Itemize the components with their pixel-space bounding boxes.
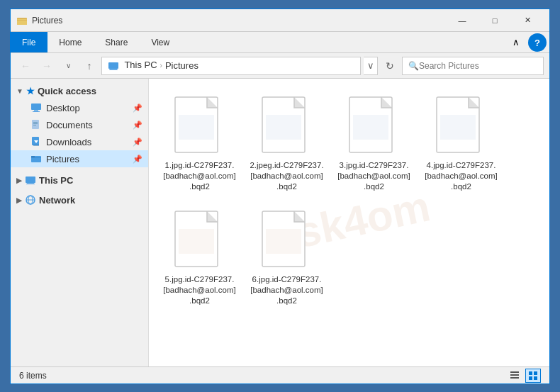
minimize-button[interactable]: — — [446, 9, 478, 32]
file-icon — [433, 94, 490, 157]
window-controls: — □ ✕ — [446, 9, 544, 32]
file-name: 2.jpeg.id-C279F237.[badhach@aol.com].bqd… — [250, 160, 324, 192]
tab-view[interactable]: View — [140, 32, 181, 52]
svg-rect-7 — [33, 111, 40, 112]
breadcrumb-sep-1: › — [160, 62, 162, 69]
file-icon — [259, 94, 315, 157]
breadcrumb-dropdown-button[interactable]: ∨ — [364, 57, 378, 75]
quick-access-star-icon: ★ — [26, 86, 35, 96]
svg-rect-4 — [109, 69, 118, 70]
svg-rect-9 — [33, 122, 38, 123]
svg-rect-19 — [26, 184, 35, 184]
file-icon — [259, 208, 315, 271]
details-view-button[interactable] — [507, 369, 522, 383]
large-icons-view-button[interactable] — [525, 369, 541, 383]
search-input[interactable] — [419, 61, 537, 71]
refresh-button[interactable]: ↻ — [381, 57, 399, 75]
file-icon — [346, 94, 403, 157]
up-button[interactable]: ↑ — [80, 57, 99, 75]
svg-rect-36 — [510, 374, 519, 376]
search-box[interactable]: 🔍 — [402, 57, 544, 75]
quick-access-label: Quick access — [38, 86, 96, 96]
pin-icon: 📌 — [133, 103, 142, 113]
svg-rect-35 — [510, 371, 519, 373]
statusbar: 6 items — [11, 366, 549, 383]
view-controls — [507, 369, 541, 383]
file-icon — [172, 208, 228, 271]
pictures-folder-icon — [30, 153, 42, 164]
svg-rect-28 — [353, 115, 388, 140]
pin-icon: 📌 — [133, 155, 142, 164]
file-item[interactable]: 1.jpg.id-C279F237.[badhach@aol.com].bqd2 — [159, 89, 240, 197]
file-name: 5.jpg.id-C279F237.[badhach@aol.com].bqd2 — [162, 274, 237, 306]
file-item[interactable]: 3.jpg.id-C279F237.[badhach@aol.com].bqd2 — [333, 89, 415, 197]
file-name: 1.jpg.id-C279F237.[badhach@aol.com].bqd2 — [162, 160, 237, 192]
file-item[interactable]: 6.jpg.id-C279F237.[badhach@aol.com].bqd2 — [246, 203, 327, 311]
ribbon-collapse-button[interactable]: ∧ — [507, 32, 525, 52]
pin-icon: 📌 — [133, 138, 142, 147]
close-button[interactable]: ✕ — [511, 9, 544, 32]
sidebar-item-documents[interactable]: Documents 📌 — [11, 116, 148, 133]
svg-rect-40 — [529, 376, 532, 380]
network-label: Network — [39, 195, 75, 206]
breadcrumb-pictures: Pictures — [165, 60, 198, 71]
sidebar-item-pictures[interactable]: Pictures 📌 — [11, 150, 148, 167]
svg-rect-24 — [179, 115, 214, 140]
tab-share[interactable]: Share — [94, 32, 140, 52]
svg-rect-32 — [179, 229, 214, 254]
quick-access-arrow: ▼ — [16, 87, 23, 95]
svg-rect-14 — [33, 145, 39, 146]
address-breadcrumb[interactable]: This PC › Pictures — [101, 57, 361, 75]
file-explorer-window: Pictures — □ ✕ File Home Share View ∧ ? … — [10, 9, 550, 384]
file-item[interactable]: 2.jpeg.id-C279F237.[badhach@aol.com].bqd… — [246, 89, 327, 197]
window-icon — [16, 15, 28, 26]
svg-rect-34 — [266, 229, 301, 254]
downloads-icon — [30, 136, 42, 147]
svg-rect-26 — [266, 115, 301, 140]
ribbon-tab-bar: File Home Share View ∧ ? — [11, 32, 549, 53]
forward-button[interactable]: → — [38, 57, 56, 75]
network-header[interactable]: ▶ Network — [11, 191, 148, 208]
maximize-button[interactable]: □ — [478, 9, 511, 32]
recent-locations-button[interactable]: ∨ — [59, 57, 77, 75]
file-grid: 1.jpg.id-C279F237.[badhach@aol.com].bqd2… — [156, 86, 542, 314]
svg-rect-16 — [31, 156, 35, 157]
back-button[interactable]: ← — [16, 57, 35, 75]
sidebar-item-desktop[interactable]: Desktop 📌 — [11, 99, 148, 116]
svg-rect-17 — [26, 177, 35, 183]
item-count: 6 items — [19, 371, 47, 381]
window-title: Pictures — [32, 16, 446, 26]
svg-rect-8 — [32, 120, 39, 129]
this-pc-arrow: ▶ — [16, 177, 22, 184]
svg-rect-6 — [34, 110, 38, 111]
quick-access-header[interactable]: ▼ ★ Quick access — [11, 83, 148, 99]
svg-rect-39 — [534, 371, 537, 375]
addressbar: ← → ∨ ↑ This PC › Pictures ∨ ↻ 🔍 — [11, 53, 549, 79]
svg-rect-38 — [529, 371, 532, 375]
this-pc-label: This PC — [39, 175, 73, 186]
svg-rect-2 — [108, 62, 118, 69]
tab-home[interactable]: Home — [47, 32, 94, 52]
help-button[interactable]: ? — [528, 33, 547, 52]
this-pc-header[interactable]: ▶ This PC — [11, 172, 148, 189]
sidebar-item-downloads[interactable]: Downloads 📌 — [11, 133, 148, 150]
svg-rect-30 — [440, 115, 476, 140]
file-area: risk4om 1.jpg.id-C279F237.[badhach@aol.c… — [149, 79, 549, 366]
file-icon — [172, 94, 228, 157]
svg-rect-11 — [33, 125, 36, 125]
this-pc-icon — [25, 174, 36, 186]
file-name: 6.jpg.id-C279F237.[badhach@aol.com].bqd2 — [250, 274, 324, 306]
file-item[interactable]: 4.jpg.id-C279F237.[badhach@aol.com].bqd2 — [420, 89, 502, 197]
desktop-icon — [30, 102, 42, 113]
file-name: 4.jpg.id-C279F237.[badhach@aol.com].bqd2 — [424, 160, 498, 192]
svg-rect-37 — [510, 377, 519, 379]
titlebar: Pictures — □ ✕ — [11, 9, 549, 32]
svg-rect-5 — [31, 103, 41, 110]
network-icon — [25, 194, 36, 206]
breadcrumb-this-pc: This PC — [108, 60, 157, 72]
sidebar: ▼ ★ Quick access Desktop 📌 Documents 📌 — [11, 79, 149, 366]
svg-rect-10 — [33, 123, 38, 124]
main-area: ▼ ★ Quick access Desktop 📌 Documents 📌 — [11, 79, 549, 366]
file-item[interactable]: 5.jpg.id-C279F237.[badhach@aol.com].bqd2 — [159, 203, 240, 311]
tab-file[interactable]: File — [11, 32, 47, 52]
